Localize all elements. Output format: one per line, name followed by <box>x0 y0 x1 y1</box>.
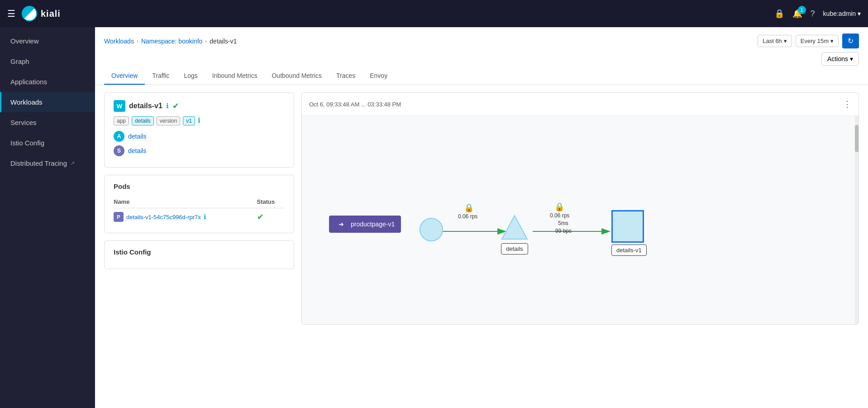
notifications-badge[interactable]: 🔔 1 <box>792 9 802 19</box>
sidebar-item-workloads[interactable]: Workloads <box>0 92 95 112</box>
tab-logs[interactable]: Logs <box>176 67 205 85</box>
sidebar-item-graph[interactable]: Graph <box>0 51 95 72</box>
sidebar-item-label: Istio Config <box>10 139 44 147</box>
pod-name-cell: P details-v1-54c75c996d-rpr7x ℹ <box>114 212 257 222</box>
sidebar-item-label: Services <box>10 119 37 126</box>
hamburger-menu-icon[interactable]: ☰ <box>7 8 15 19</box>
app-link[interactable]: details <box>128 133 146 140</box>
time-range-select[interactable]: Last 6h ▾ <box>758 35 792 47</box>
tab-inbound-metrics[interactable]: Inbound Metrics <box>205 67 265 85</box>
sidebar-item-distributed-tracing[interactable]: Distributed Tracing ↗ <box>0 153 95 173</box>
breadcrumb: Workloads › Namespace: bookinfo › detail… <box>104 38 237 45</box>
svg-marker-3 <box>502 216 527 239</box>
tab-overview[interactable]: Overview <box>104 67 145 85</box>
tab-traffic[interactable]: Traffic <box>145 67 176 85</box>
sidebar-item-label: Overview <box>10 37 39 45</box>
workload-info-card: W details-v1 ℹ ✔ app details version v1 … <box>104 92 294 168</box>
external-link-icon: ↗ <box>71 160 75 166</box>
triangle-shape <box>501 215 528 240</box>
app-title: kiali <box>41 9 61 19</box>
graph-timestamp: Oct 6, 09:33:48 AM ... 03:33:48 PM <box>309 101 401 108</box>
label-details: details <box>132 116 154 125</box>
user-menu[interactable]: kube:admin ▾ <box>823 10 861 17</box>
node-source-circle[interactable] <box>420 218 443 241</box>
tab-outbound-metrics[interactable]: Outbound Metrics <box>264 67 329 85</box>
interval-select[interactable]: Every 15m ▾ <box>796 35 839 47</box>
sidebar-item-label: Applications <box>10 78 47 86</box>
pods-col-status: Status <box>257 196 285 208</box>
service-link-row: S details <box>114 145 285 156</box>
istio-config-card: Istio Config <box>104 240 294 269</box>
breadcrumb-sep-2: › <box>205 38 207 44</box>
logo: kiali <box>22 6 61 21</box>
label-v1: v1 <box>183 116 195 125</box>
pods-col-name: Name <box>114 196 257 208</box>
help-icon[interactable]: ? <box>811 9 815 19</box>
sidebar-item-istio-config[interactable]: Istio Config <box>0 133 95 153</box>
workload-badge: W <box>114 100 125 112</box>
label-version: version <box>157 116 181 125</box>
service-badge: S <box>114 145 124 156</box>
username: kube:admin <box>823 10 856 17</box>
graph-more-options-icon[interactable]: ⋮ <box>843 99 851 109</box>
pods-table: Name Status P details-v1-54c75c996d-rpr7… <box>114 196 285 226</box>
pod-status-icon: ✔ <box>257 212 264 221</box>
breadcrumb-namespace[interactable]: Namespace: bookinfo <box>141 38 202 45</box>
topbar: ☰ kiali 🔒 🔔 1 ? kube:admin ▾ <box>0 0 868 27</box>
edge2-label-ms: 5ms <box>558 220 568 226</box>
tabs-bar: Overview Traffic Logs Inbound Metrics Ou… <box>95 67 868 85</box>
pods-title: Pods <box>114 182 285 190</box>
sidebar-item-services[interactable]: Services <box>0 112 95 133</box>
lock-icon-edge2: 🔒 <box>554 202 564 212</box>
actions-bar: Actions ▾ <box>95 48 868 66</box>
pod-info-icon[interactable]: ℹ <box>204 213 206 221</box>
node-details-v1[interactable]: details-v1 <box>611 210 647 256</box>
right-panel: Oct 6, 09:33:48 AM ... 03:33:48 PM ⋮ <box>301 92 859 325</box>
workload-name: details-v1 <box>129 102 162 110</box>
tab-envoy[interactable]: Envoy <box>362 67 395 85</box>
left-panel: W details-v1 ℹ ✔ app details version v1 … <box>104 92 294 325</box>
node-details-service[interactable]: details <box>501 215 528 254</box>
source-circle-shape <box>420 218 443 241</box>
details-v1-circle <box>611 210 644 243</box>
app-badge: A <box>114 131 124 142</box>
sidebar-item-overview[interactable]: Overview <box>0 31 95 51</box>
labels-info-icon[interactable]: ℹ <box>198 116 200 125</box>
notification-count: 1 <box>798 6 806 14</box>
edge2-label-bps: 99 bps <box>555 228 572 234</box>
workload-labels: app details version v1 ℹ <box>114 116 285 125</box>
sidebar-item-label: Graph <box>10 58 29 65</box>
topbar-right: 🔒 🔔 1 ? kube:admin ▾ <box>774 9 861 19</box>
breadcrumb-workloads[interactable]: Workloads <box>104 38 134 45</box>
interval-chevron-icon: ▾ <box>830 38 834 44</box>
workload-title-row: W details-v1 ℹ ✔ <box>114 100 285 112</box>
sidebar: Overview Graph Applications Workloads Se… <box>0 27 95 408</box>
breadcrumb-current: details-v1 <box>210 38 237 45</box>
breadcrumb-controls: Last 6h ▾ Every 15m ▾ ↻ <box>758 34 859 48</box>
workload-health-icon: ✔ <box>172 101 179 111</box>
lock-icon-edge1: 🔒 <box>464 203 474 213</box>
sidebar-item-label: Distributed Tracing <box>10 159 67 167</box>
pod-badge: P <box>114 212 124 222</box>
table-row: P details-v1-54c75c996d-rpr7x ℹ ✔ <box>114 208 285 226</box>
node-productpage-v1[interactable]: ➜ productpage-v1 <box>329 216 401 233</box>
app-link-row: A details <box>114 131 285 142</box>
label-app: app <box>114 116 129 125</box>
workload-info-icon[interactable]: ℹ <box>166 102 169 110</box>
actions-chevron-icon: ▾ <box>850 55 853 62</box>
refresh-button[interactable]: ↻ <box>842 34 859 48</box>
pod-name-link[interactable]: details-v1-54c75c996d-rpr7x <box>126 214 201 221</box>
tab-traces[interactable]: Traces <box>329 67 362 85</box>
actions-button[interactable]: Actions ▾ <box>821 52 859 66</box>
productpage-arrow-icon: ➜ <box>335 218 347 230</box>
breadcrumb-bar: Workloads › Namespace: bookinfo › detail… <box>95 27 868 48</box>
sidebar-item-applications[interactable]: Applications <box>0 72 95 92</box>
productpage-v1-label: ➜ productpage-v1 <box>329 216 401 233</box>
user-chevron-icon: ▾ <box>858 10 861 17</box>
graph-canvas: ➜ productpage-v1 🔒 0.06 rps <box>302 116 858 324</box>
edge1-label: 0.06 rps <box>458 213 477 220</box>
graph-scrollbar[interactable] <box>855 116 858 324</box>
main-content: Workloads › Namespace: bookinfo › detail… <box>95 27 868 408</box>
graph-header: Oct 6, 09:33:48 AM ... 03:33:48 PM ⋮ <box>302 93 858 116</box>
service-link[interactable]: details <box>128 147 146 154</box>
